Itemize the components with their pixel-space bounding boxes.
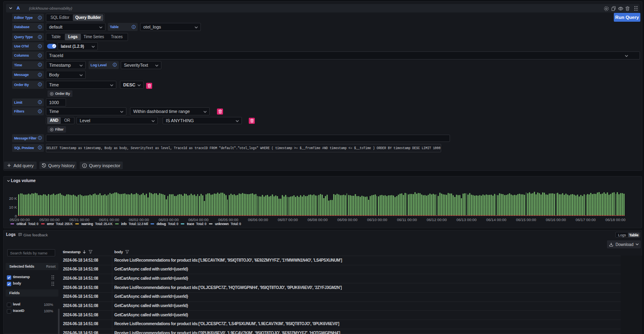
svg-text:05/30 00:00: 05/30 00:00 — [39, 217, 60, 222]
svg-text:06/17 00:00: 06/17 00:00 — [576, 217, 596, 222]
svg-text:06/08 00:00: 06/08 00:00 — [308, 217, 328, 222]
svg-text:06/16 00:00: 06/16 00:00 — [546, 217, 566, 222]
svg-text:05/29 00:00: 05/29 00:00 — [10, 217, 30, 222]
svg-text:20 K: 20 K — [9, 196, 17, 201]
svg-text:06/15 00:00: 06/15 00:00 — [516, 217, 536, 222]
svg-text:06/14 00:00: 06/14 00:00 — [486, 217, 506, 222]
svg-text:06/05 00:00: 06/05 00:00 — [218, 217, 238, 222]
svg-text:06/07 00:00: 06/07 00:00 — [278, 217, 298, 222]
svg-text:06/12 00:00: 06/12 00:00 — [427, 217, 447, 222]
svg-text:06/09 00:00: 06/09 00:00 — [337, 217, 357, 222]
svg-text:10 K: 10 K — [9, 205, 17, 209]
svg-text:06/10 00:00: 06/10 00:00 — [367, 217, 387, 222]
svg-text:05/31 00:00: 05/31 00:00 — [69, 217, 89, 222]
svg-text:06/18 00:00: 06/18 00:00 — [605, 217, 625, 222]
svg-text:06/11 00:00: 06/11 00:00 — [397, 217, 417, 222]
svg-text:06/04 00:00: 06/04 00:00 — [188, 217, 208, 222]
svg-text:06/13 00:00: 06/13 00:00 — [456, 217, 477, 222]
svg-text:06/06 00:00: 06/06 00:00 — [248, 217, 268, 222]
svg-text:06/01 00:00: 06/01 00:00 — [99, 217, 119, 222]
svg-text:06/02 00:00: 06/02 00:00 — [129, 217, 149, 222]
svg-text:06/03 00:00: 06/03 00:00 — [159, 217, 179, 222]
